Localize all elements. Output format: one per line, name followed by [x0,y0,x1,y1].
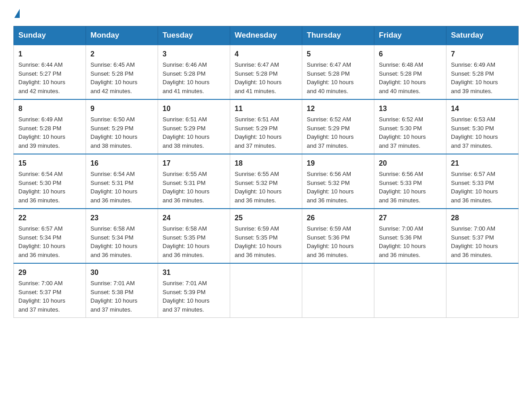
day-info: Sunrise: 6:51 AMSunset: 5:29 PMDaylight:… [163,115,225,150]
day-info: Sunrise: 7:00 AMSunset: 5:37 PMDaylight:… [18,279,81,314]
calendar-header-row: SundayMondayTuesdayWednesdayThursdayFrid… [14,26,519,45]
day-info: Sunrise: 7:00 AMSunset: 5:37 PMDaylight:… [451,224,514,259]
calendar-week-row: 8Sunrise: 6:49 AMSunset: 5:28 PMDaylight… [14,99,519,154]
page-header [13,9,519,17]
calendar-cell: 17Sunrise: 6:55 AMSunset: 5:31 PMDayligh… [158,154,230,209]
calendar-cell: 8Sunrise: 6:49 AMSunset: 5:28 PMDaylight… [14,99,86,154]
day-info: Sunrise: 6:56 AMSunset: 5:33 PMDaylight:… [379,170,442,205]
day-number: 5 [307,49,369,60]
calendar-cell [374,263,446,318]
day-info: Sunrise: 6:58 AMSunset: 5:35 PMDaylight:… [163,224,225,259]
calendar-cell: 21Sunrise: 6:57 AMSunset: 5:33 PMDayligh… [446,154,519,209]
calendar-cell: 26Sunrise: 6:59 AMSunset: 5:36 PMDayligh… [302,209,374,263]
column-header-thursday: Thursday [302,26,374,45]
day-number: 26 [307,213,369,223]
calendar-week-row: 22Sunrise: 6:57 AMSunset: 5:34 PMDayligh… [14,209,519,263]
day-info: Sunrise: 6:54 AMSunset: 5:31 PMDaylight:… [90,170,153,205]
calendar-cell: 23Sunrise: 6:58 AMSunset: 5:34 PMDayligh… [86,209,158,263]
calendar-cell: 24Sunrise: 6:58 AMSunset: 5:35 PMDayligh… [158,209,230,263]
day-number: 25 [235,213,297,223]
day-info: Sunrise: 6:52 AMSunset: 5:29 PMDaylight:… [307,115,369,150]
calendar-cell: 11Sunrise: 6:51 AMSunset: 5:29 PMDayligh… [230,99,302,154]
day-info: Sunrise: 6:54 AMSunset: 5:30 PMDaylight:… [18,170,81,205]
day-info: Sunrise: 7:01 AMSunset: 5:39 PMDaylight:… [163,279,225,314]
day-number: 18 [235,158,297,169]
column-header-friday: Friday [374,26,446,45]
day-number: 12 [307,103,369,114]
day-info: Sunrise: 6:57 AMSunset: 5:34 PMDaylight:… [18,224,81,259]
calendar-cell: 5Sunrise: 6:47 AMSunset: 5:28 PMDaylight… [302,45,374,99]
day-number: 31 [163,267,225,278]
calendar-cell: 31Sunrise: 7:01 AMSunset: 5:39 PMDayligh… [158,263,230,318]
day-info: Sunrise: 6:46 AMSunset: 5:28 PMDaylight:… [163,60,225,95]
day-info: Sunrise: 6:45 AMSunset: 5:28 PMDaylight:… [90,60,153,95]
day-number: 3 [163,49,225,60]
calendar-cell: 27Sunrise: 7:00 AMSunset: 5:36 PMDayligh… [374,209,446,263]
calendar-cell: 13Sunrise: 6:52 AMSunset: 5:30 PMDayligh… [374,99,446,154]
calendar-cell: 1Sunrise: 6:44 AMSunset: 5:27 PMDaylight… [14,45,86,99]
day-number: 13 [379,103,442,114]
column-header-sunday: Sunday [14,26,86,45]
logo-block [13,9,20,17]
day-info: Sunrise: 7:01 AMSunset: 5:38 PMDaylight:… [90,279,153,314]
calendar-cell: 30Sunrise: 7:01 AMSunset: 5:38 PMDayligh… [86,263,158,318]
day-info: Sunrise: 6:44 AMSunset: 5:27 PMDaylight:… [18,60,81,95]
calendar-cell: 25Sunrise: 6:59 AMSunset: 5:35 PMDayligh… [230,209,302,263]
calendar-cell: 29Sunrise: 7:00 AMSunset: 5:37 PMDayligh… [14,263,86,318]
day-info: Sunrise: 6:47 AMSunset: 5:28 PMDaylight:… [235,60,297,95]
day-info: Sunrise: 6:57 AMSunset: 5:33 PMDaylight:… [451,170,514,205]
calendar-cell: 9Sunrise: 6:50 AMSunset: 5:29 PMDaylight… [86,99,158,154]
calendar-cell: 15Sunrise: 6:54 AMSunset: 5:30 PMDayligh… [14,154,86,209]
day-number: 23 [90,213,153,223]
day-number: 21 [451,158,514,169]
day-number: 14 [451,103,514,114]
day-number: 2 [90,49,153,60]
day-info: Sunrise: 6:49 AMSunset: 5:28 PMDaylight:… [451,60,514,95]
calendar-table: SundayMondayTuesdayWednesdayThursdayFrid… [13,26,519,318]
day-info: Sunrise: 6:48 AMSunset: 5:28 PMDaylight:… [379,60,442,95]
calendar-cell: 16Sunrise: 6:54 AMSunset: 5:31 PMDayligh… [86,154,158,209]
day-info: Sunrise: 6:59 AMSunset: 5:35 PMDaylight:… [235,224,297,259]
day-number: 24 [163,213,225,223]
column-header-monday: Monday [86,26,158,45]
day-number: 20 [379,158,442,169]
calendar-cell: 10Sunrise: 6:51 AMSunset: 5:29 PMDayligh… [158,99,230,154]
calendar-cell: 14Sunrise: 6:53 AMSunset: 5:30 PMDayligh… [446,99,519,154]
day-number: 4 [235,49,297,60]
calendar-week-row: 1Sunrise: 6:44 AMSunset: 5:27 PMDaylight… [14,45,519,99]
calendar-cell: 4Sunrise: 6:47 AMSunset: 5:28 PMDaylight… [230,45,302,99]
day-info: Sunrise: 6:53 AMSunset: 5:30 PMDaylight:… [451,115,514,150]
logo-triangle-icon [14,9,20,18]
day-number: 7 [451,49,514,60]
calendar-cell: 28Sunrise: 7:00 AMSunset: 5:37 PMDayligh… [446,209,519,263]
logo [13,9,20,17]
calendar-cell: 22Sunrise: 6:57 AMSunset: 5:34 PMDayligh… [14,209,86,263]
day-number: 9 [90,103,153,114]
calendar-cell [230,263,302,318]
column-header-wednesday: Wednesday [230,26,302,45]
day-number: 11 [235,103,297,114]
day-number: 28 [451,213,514,223]
day-info: Sunrise: 6:59 AMSunset: 5:36 PMDaylight:… [307,224,369,259]
day-info: Sunrise: 6:55 AMSunset: 5:32 PMDaylight:… [235,170,297,205]
day-number: 29 [18,267,81,278]
calendar-cell: 6Sunrise: 6:48 AMSunset: 5:28 PMDaylight… [374,45,446,99]
day-info: Sunrise: 6:56 AMSunset: 5:32 PMDaylight:… [307,170,369,205]
day-info: Sunrise: 6:49 AMSunset: 5:28 PMDaylight:… [18,115,81,150]
day-number: 15 [18,158,81,169]
day-info: Sunrise: 6:52 AMSunset: 5:30 PMDaylight:… [379,115,442,150]
calendar-cell: 2Sunrise: 6:45 AMSunset: 5:28 PMDaylight… [86,45,158,99]
day-number: 10 [163,103,225,114]
calendar-cell: 7Sunrise: 6:49 AMSunset: 5:28 PMDaylight… [446,45,519,99]
calendar-week-row: 15Sunrise: 6:54 AMSunset: 5:30 PMDayligh… [14,154,519,209]
day-info: Sunrise: 6:55 AMSunset: 5:31 PMDaylight:… [163,170,225,205]
day-number: 16 [90,158,153,169]
day-number: 1 [18,49,81,60]
day-number: 27 [379,213,442,223]
calendar-cell: 12Sunrise: 6:52 AMSunset: 5:29 PMDayligh… [302,99,374,154]
calendar-cell: 20Sunrise: 6:56 AMSunset: 5:33 PMDayligh… [374,154,446,209]
calendar-cell: 3Sunrise: 6:46 AMSunset: 5:28 PMDaylight… [158,45,230,99]
day-number: 17 [163,158,225,169]
day-number: 22 [18,213,81,223]
day-info: Sunrise: 7:00 AMSunset: 5:36 PMDaylight:… [379,224,442,259]
